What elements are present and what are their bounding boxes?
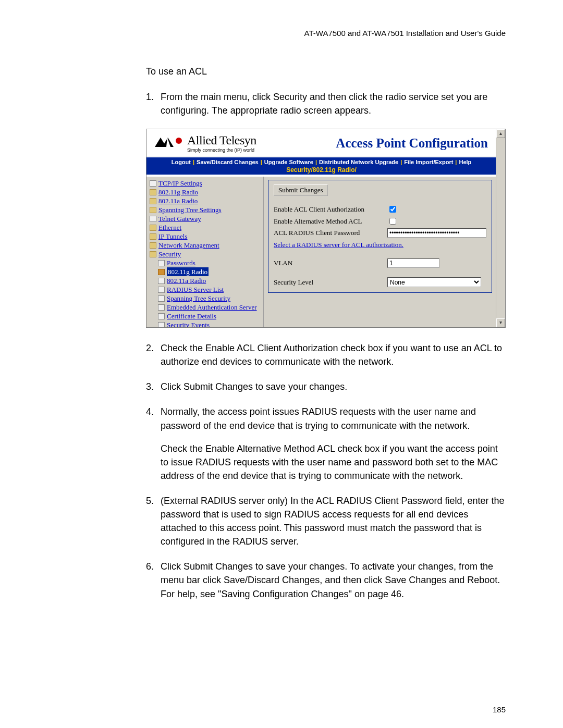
menu-dist[interactable]: Distributed Network Upgrade <box>318 159 399 165</box>
folder-icon <box>150 242 156 249</box>
submit-button[interactable]: Submit Changes <box>274 184 328 196</box>
menu-logout[interactable]: Logout <box>170 159 192 165</box>
list-number: 5. <box>146 494 161 548</box>
file-icon <box>158 278 165 284</box>
nav-spanning[interactable]: Spanning Tree Settings <box>158 205 222 214</box>
input-acl-pwd[interactable] <box>387 228 486 238</box>
list-number: 3. <box>146 380 161 393</box>
file-icon <box>158 304 165 311</box>
folder-icon <box>150 189 156 195</box>
file-icon <box>158 295 165 302</box>
step-text: Check the Enable ACL Client Authorizatio… <box>161 341 506 368</box>
nav-spansec[interactable]: Spanning Tree Security <box>167 294 230 303</box>
step-text: Normally, the access point issues RADIUS… <box>161 405 506 482</box>
nav-cert[interactable]: Certificate Details <box>167 312 216 320</box>
step-text: Click Submit Changes to save your change… <box>161 380 506 393</box>
breadcrumb: Security/802.11g Radio/ <box>146 165 496 174</box>
banner: Allied Telesyn Simply connecting the (IP… <box>146 129 496 156</box>
nav-secev[interactable]: Security Events <box>167 320 210 328</box>
nav-security[interactable]: Security <box>158 250 181 258</box>
nav-radius[interactable]: RADIUS Server List <box>167 285 224 294</box>
menu-save[interactable]: Save/Discard Changes <box>195 159 260 165</box>
nav-tree: TCP/IP Settings 802.11g Radio 802.11a Ra… <box>146 177 263 328</box>
folder-icon <box>150 225 156 231</box>
nav-sec-r11a[interactable]: 802.11a Radio <box>167 276 206 285</box>
page-number: 185 <box>57 705 506 714</box>
config-screenshot: Allied Telesyn Simply connecting the (IP… <box>146 129 506 328</box>
list-number: 6. <box>146 560 161 600</box>
nav-sec-r11g[interactable]: 802.11g Radio <box>167 267 209 276</box>
section-title: To use an ACL <box>146 66 506 77</box>
nav-passwords[interactable]: Passwords <box>167 258 195 267</box>
step-text: (External RADIUS server only) In the ACL… <box>161 494 506 548</box>
file-icon <box>150 180 156 187</box>
file-icon <box>158 322 165 328</box>
list-number: 4. <box>146 405 161 482</box>
label-seclvl: Security Level <box>274 278 387 287</box>
nav-netmgmt[interactable]: Network Management <box>158 241 219 250</box>
label-enable-alt: Enable Alternative Method ACL <box>274 217 387 226</box>
brand-name: Allied Telesyn <box>187 133 256 147</box>
menu-file[interactable]: File Import/Export <box>403 159 454 165</box>
banner-title: Access Point Configuration <box>336 136 488 151</box>
select-seclvl[interactable]: None <box>387 277 481 287</box>
menu-upgrade[interactable]: Upgrade Software <box>263 159 314 165</box>
list-number: 1. <box>146 90 161 117</box>
file-icon <box>158 287 165 293</box>
scroll-up-icon[interactable]: ▴ <box>496 129 505 138</box>
svg-point-3 <box>176 138 182 144</box>
page-header: AT-WA7500 and AT-WA7501 Installation and… <box>57 29 506 38</box>
checkbox-enable-acl[interactable] <box>389 206 396 213</box>
nav-ethernet[interactable]: Ethernet <box>158 223 181 232</box>
step-text: Click Submit Changes to save your change… <box>161 560 506 600</box>
nav-eas[interactable]: Embedded Authentication Server <box>167 303 257 312</box>
nav-r11a[interactable]: 802.11a Radio <box>158 196 198 205</box>
link-select-radius[interactable]: Select a RADIUS server for ACL authoriza… <box>274 241 403 249</box>
menu-help[interactable]: Help <box>458 159 472 165</box>
step-text: From the main menu, click Security and t… <box>161 90 506 117</box>
scrollbar[interactable]: ▴ ▾ <box>496 129 505 327</box>
folder-icon <box>150 233 156 240</box>
label-vlan: VLAN <box>274 259 387 267</box>
form-group: Submit Changes Enable ACL Client Authori… <box>268 180 492 293</box>
file-icon <box>158 269 165 275</box>
label-enable-acl: Enable ACL Client Authorization <box>274 205 387 214</box>
file-icon <box>158 260 165 266</box>
scroll-down-icon[interactable]: ▾ <box>496 318 505 327</box>
nav-telnet[interactable]: Telnet Gateway <box>158 214 201 223</box>
checkbox-enable-alt[interactable] <box>389 218 396 225</box>
input-vlan[interactable] <box>387 258 439 268</box>
brand-sub: Simply connecting the (IP) world <box>187 147 256 153</box>
label-acl-pwd: ACL RADIUS Client Password <box>274 229 387 237</box>
menu-bar: Logout|Save/Discard Changes|Upgrade Soft… <box>146 156 496 175</box>
folder-icon <box>150 207 156 213</box>
nav-r11g[interactable]: 802.11g Radio <box>158 188 198 196</box>
nav-tcpip[interactable]: TCP/IP Settings <box>158 179 202 188</box>
folder-icon <box>150 198 156 204</box>
folder-icon <box>150 251 156 257</box>
nav-iptun[interactable]: IP Tunnels <box>158 232 188 241</box>
main-panel: Submit Changes Enable ACL Client Authori… <box>263 177 496 328</box>
file-icon <box>150 216 156 222</box>
file-icon <box>158 313 165 319</box>
list-number: 2. <box>146 341 161 368</box>
logo-icon <box>155 137 184 150</box>
